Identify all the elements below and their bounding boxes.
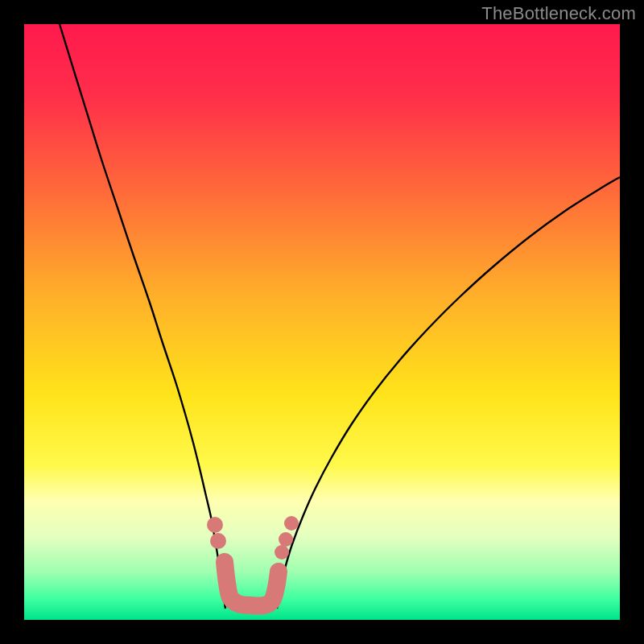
right-dot-1 [275, 545, 289, 559]
right-curve [277, 177, 620, 609]
left-curve [60, 24, 225, 609]
data-markers [207, 516, 299, 559]
outer-frame: TheBottleneck.com [0, 0, 644, 644]
left-upper-dot [207, 517, 223, 533]
plot-area [24, 24, 620, 620]
right-dot-2 [279, 532, 293, 547]
left-lower-dot [210, 533, 226, 549]
watermark-text: TheBottleneck.com [481, 3, 636, 24]
bottom-connector [225, 562, 279, 606]
curves-layer [24, 24, 620, 620]
right-dot-3 [284, 516, 299, 530]
